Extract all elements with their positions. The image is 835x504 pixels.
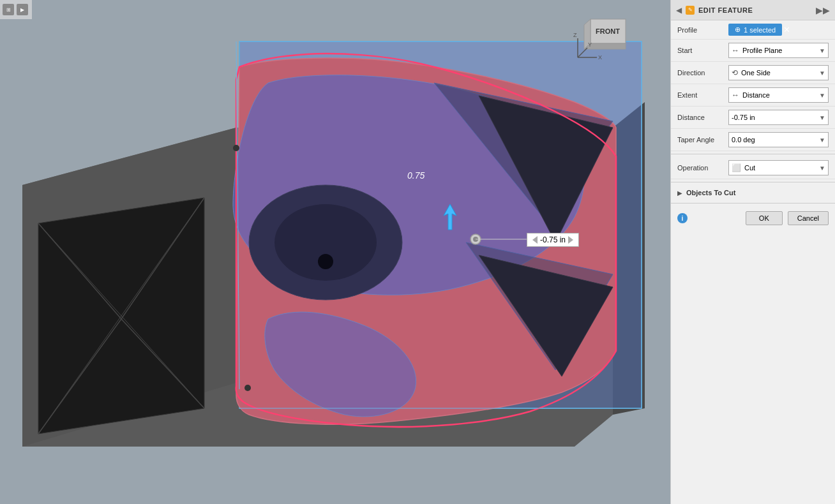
cancel-button[interactable]: Cancel: [788, 211, 829, 225]
bottom-buttons-row: i OK Cancel: [671, 206, 835, 230]
profile-close-button[interactable]: ✕: [782, 25, 792, 34]
svg-marker-3: [22, 128, 236, 447]
section-divider-2: [671, 182, 835, 182]
scene-svg: 0.75: [0, 0, 670, 504]
svg-text:FRONT: FRONT: [596, 27, 620, 35]
extent-row: Extent ↔ Distance ▼: [671, 84, 835, 107]
svg-line-8: [121, 319, 204, 408]
profile-icon: ⊕: [735, 26, 741, 34]
svg-marker-18: [479, 255, 613, 376]
start-dropdown-arrow: ▼: [819, 47, 825, 54]
viewport-3d[interactable]: ⊞ ▶: [0, 0, 670, 504]
profile-control: ⊕ 1 selected ✕: [728, 24, 829, 36]
distance-row: Distance -0.75 in ▼: [671, 107, 835, 129]
svg-line-7: [38, 319, 121, 434]
grid-icon: ⊞: [3, 4, 14, 15]
objects-to-cut-row[interactable]: ▶ Objects To Cut: [671, 185, 835, 200]
panel-expand-icon[interactable]: ▶▶: [816, 5, 830, 15]
info-icon[interactable]: i: [677, 213, 688, 223]
svg-marker-12: [434, 83, 613, 217]
direction-label: Direction: [677, 69, 728, 77]
distance-tooltip-value: -0.75 in: [540, 235, 566, 244]
operation-control[interactable]: ⬜ Cut ▼: [728, 160, 829, 175]
extent-dropdown[interactable]: ↔ Distance ▼: [728, 87, 829, 103]
svg-line-19: [236, 41, 239, 389]
svg-point-16: [318, 254, 333, 269]
axis-indicator: FRONT Z X Y: [571, 16, 635, 69]
objects-to-cut-arrow: ▶: [677, 189, 682, 196]
start-dropdown-text: Profile Plane: [742, 47, 819, 54]
profile-selected-button[interactable]: ⊕ 1 selected: [728, 24, 782, 36]
svg-text:Y: Y: [588, 41, 592, 48]
svg-marker-4: [38, 198, 204, 434]
objects-to-cut-label: Objects To Cut: [686, 189, 735, 196]
extent-dropdown-icon: ↔: [732, 91, 739, 100]
profile-label: Profile: [677, 26, 728, 34]
operation-dropdown-arrow: ▼: [819, 165, 825, 172]
panel-header: ◀ ✎ EDIT FEATURE ▶▶: [671, 0, 835, 20]
direction-dropdown-icon: ⟲: [732, 68, 738, 77]
operation-dropdown-text: Cut: [744, 164, 819, 172]
svg-marker-2: [613, 102, 645, 415]
extent-label: Extent: [677, 91, 728, 99]
svg-marker-0: [22, 185, 613, 447]
distance-input-container[interactable]: -0.75 in ▼: [728, 110, 829, 125]
direction-dropdown[interactable]: ⟲ One Side ▼: [728, 65, 829, 80]
distance-input-text: -0.75 in: [732, 114, 819, 121]
taper-angle-input-container[interactable]: 0.0 deg ▼: [728, 132, 829, 147]
svg-marker-11: [239, 41, 642, 408]
extent-control[interactable]: ↔ Distance ▼: [728, 87, 829, 103]
svg-point-26: [473, 237, 478, 242]
profile-row: Profile ⊕ 1 selected ✕: [671, 20, 835, 40]
direction-dropdown-arrow: ▼: [819, 70, 825, 77]
start-dropdown-icon: ↔: [732, 46, 739, 55]
svg-point-25: [470, 234, 481, 244]
svg-point-14: [249, 185, 402, 300]
svg-point-23: [233, 145, 239, 151]
taper-angle-control[interactable]: 0.0 deg ▼: [728, 132, 829, 147]
ok-button[interactable]: OK: [746, 211, 783, 225]
section-divider-1: [671, 154, 835, 154]
svg-marker-17: [479, 96, 613, 242]
svg-line-35: [578, 48, 587, 57]
svg-text:Z: Z: [573, 32, 577, 38]
operation-row: Operation ⬜ Cut ▼: [671, 157, 835, 179]
profile-selected-text: 1 selected: [744, 26, 776, 34]
taper-angle-input-arrow: ▼: [819, 137, 825, 144]
start-label: Start: [677, 47, 728, 54]
direction-row: Direction ⟲ One Side ▼: [671, 62, 835, 84]
svg-point-15: [275, 204, 377, 281]
svg-line-5: [38, 223, 121, 319]
start-row: Start ↔ Profile Plane ▼: [671, 40, 835, 62]
taper-angle-row: Taper Angle 0.0 deg ▼: [671, 129, 835, 151]
operation-label: Operation: [677, 164, 728, 172]
tooltip-left-arrow: [532, 236, 538, 244]
svg-text:0.75: 0.75: [407, 170, 425, 181]
start-control[interactable]: ↔ Profile Plane ▼: [728, 43, 829, 58]
distance-input-arrow: ▼: [819, 114, 825, 121]
info-area: i: [677, 213, 688, 223]
top-toolbar: ⊞ ▶: [0, 0, 32, 19]
taper-angle-input-text: 0.0 deg: [732, 136, 819, 144]
svg-marker-1: [22, 128, 613, 185]
section-divider-3: [671, 203, 835, 204]
panel-title: EDIT FEATURE: [698, 6, 753, 14]
operation-dropdown[interactable]: ⬜ Cut ▼: [728, 160, 829, 175]
start-dropdown[interactable]: ↔ Profile Plane ▼: [728, 43, 829, 58]
right-panel: ◀ ✎ EDIT FEATURE ▶▶ Profile ⊕ 1 selected…: [670, 0, 835, 504]
extent-dropdown-arrow: ▼: [819, 92, 825, 99]
svg-text:X: X: [598, 54, 602, 61]
distance-label: Distance: [677, 114, 728, 121]
panel-collapse-icon[interactable]: ◀: [676, 6, 682, 15]
panel-header-left: ◀ ✎ EDIT FEATURE: [676, 6, 753, 15]
svg-marker-13: [466, 242, 613, 370]
svg-line-6: [121, 198, 204, 319]
distance-tooltip[interactable]: -0.75 in: [527, 233, 579, 247]
cursor-icon: ▶: [17, 4, 28, 15]
distance-control[interactable]: -0.75 in ▼: [728, 110, 829, 125]
tooltip-right-arrow: [568, 236, 573, 244]
edit-feature-icon: ✎: [686, 6, 695, 15]
svg-line-9: [38, 223, 204, 408]
direction-control[interactable]: ⟲ One Side ▼: [728, 65, 829, 80]
direction-dropdown-text: One Side: [741, 69, 819, 77]
